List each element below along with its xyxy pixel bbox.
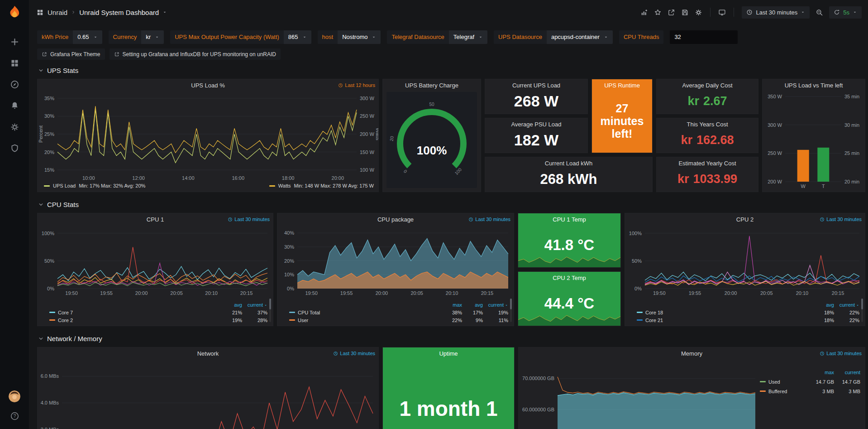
divider xyxy=(734,8,734,17)
ups-vs-time-bar-chart[interactable]: 350 W300 W250 W200 W35 min30 min25 min20… xyxy=(764,91,863,190)
sort-caret-icon xyxy=(264,304,267,307)
sort-current[interactable]: current xyxy=(483,302,508,308)
variable-value-dropdown[interactable]: 865 xyxy=(284,30,311,44)
panel-title[interactable]: Estimated Yearly Cost xyxy=(657,160,758,167)
panel-header: Memory Last 30 minutes xyxy=(519,347,865,359)
time-range-label: Last 30 minutes xyxy=(756,9,797,16)
memory-chart[interactable]: 70.000000 GB60.000000 GB50.000000 GB xyxy=(519,359,761,429)
sort-avg[interactable]: avg xyxy=(813,302,834,308)
svg-text:350 W: 350 W xyxy=(768,94,782,99)
variable-value-dropdown[interactable]: 0.65 xyxy=(73,30,102,44)
panel-title[interactable]: UPS Load % xyxy=(191,82,224,89)
panel-title[interactable]: This Years Cost xyxy=(657,121,758,128)
series-name[interactable]: UPS Load xyxy=(53,183,76,188)
explore-compass-icon[interactable] xyxy=(10,80,19,89)
server-admin-shield-icon[interactable] xyxy=(10,144,19,153)
save-icon[interactable] xyxy=(681,9,689,16)
sort-avg[interactable]: avg xyxy=(462,302,483,308)
series-name[interactable]: Watts xyxy=(278,183,291,188)
variable-label: kWh Price xyxy=(37,30,73,44)
series-name[interactable]: CPU Total xyxy=(298,310,320,315)
panel-average-psu-load: Average PSU Load 182 W xyxy=(485,118,588,153)
cycle-view-monitor-icon[interactable] xyxy=(718,9,726,16)
dashboard-title[interactable]: Unraid System Dashboard xyxy=(79,9,159,16)
network-chart[interactable]: 6.0 MBs4.0 MBs2.0 MBs xyxy=(38,359,378,429)
settings-gear-icon[interactable] xyxy=(695,9,702,16)
legend-value: 21% xyxy=(221,310,242,315)
ups-load-chart[interactable]: 35%30%25%20%15%300 W250 W200 W150 W100 W… xyxy=(38,91,378,182)
legend-scrollbar[interactable] xyxy=(269,299,271,322)
panel-header: CPU package Last 30 minutes xyxy=(277,213,514,225)
sort-current[interactable]: current xyxy=(834,302,859,308)
add-panel-icon[interactable] xyxy=(640,9,648,16)
series-name[interactable]: Core 2 xyxy=(58,318,73,323)
sort-current[interactable]: current xyxy=(242,302,267,308)
user-avatar[interactable] xyxy=(9,390,20,402)
alerting-bell-icon[interactable] xyxy=(10,101,19,111)
panel-title[interactable]: Current Load kWh xyxy=(485,160,652,167)
series-name[interactable]: User xyxy=(298,318,308,323)
panel-title[interactable]: CPU 1 xyxy=(147,216,164,223)
cpu-threads-input[interactable] xyxy=(670,30,738,44)
series-name[interactable]: Core 18 xyxy=(645,310,663,315)
panel-title[interactable]: CPU package xyxy=(377,216,414,223)
panel-title[interactable]: Memory xyxy=(681,350,702,357)
svg-text:16:00: 16:00 xyxy=(232,175,244,181)
star-icon[interactable] xyxy=(654,9,662,16)
variable-value-dropdown[interactable]: kr xyxy=(141,30,164,44)
share-icon[interactable] xyxy=(668,9,675,16)
svg-text:20:15: 20:15 xyxy=(832,290,844,296)
panel-title[interactable]: Average Daily Cost xyxy=(657,82,758,89)
legend-scrollbar[interactable] xyxy=(861,299,863,322)
panel-title[interactable]: CPU 1 Temp xyxy=(518,216,620,223)
variable-label: UPS Datasource xyxy=(494,30,547,44)
variable-value-dropdown[interactable]: Nostromo xyxy=(338,30,381,44)
zoom-out-icon[interactable] xyxy=(816,9,823,16)
cpu2-chart[interactable]: 100%50%0%19:5019:5520:0020:0520:1020:15 xyxy=(625,225,865,297)
section-header-cpu-stats[interactable]: CPU Stats xyxy=(38,199,868,209)
series-name[interactable]: Core 7 xyxy=(58,310,73,315)
series-name[interactable]: Used xyxy=(768,379,780,385)
create-plus-icon[interactable] xyxy=(10,37,19,47)
panel-network-graph: Network Last 30 minutes 6.0 MBs4.0 MBs2.… xyxy=(37,347,379,429)
dashboards-icon[interactable] xyxy=(10,58,19,68)
variable-value-dropdown[interactable]: apcupsd-container xyxy=(547,30,613,44)
legend-row: User 22% 9% 11% xyxy=(289,316,508,324)
panel-title[interactable]: CPU 2 xyxy=(736,216,754,223)
panel-title[interactable]: UPS Load vs Time left xyxy=(785,82,843,89)
legend-scrollbar[interactable] xyxy=(510,299,512,322)
grafana-logo-icon[interactable] xyxy=(6,5,23,22)
panel-time-override: Last 12 hours xyxy=(338,82,375,88)
configuration-gear-icon[interactable] xyxy=(10,122,19,132)
series-name[interactable]: Core 21 xyxy=(645,318,663,323)
breadcrumb-root[interactable]: Unraid xyxy=(48,9,67,16)
variable-value-dropdown[interactable]: Telegraf xyxy=(449,30,487,44)
panel-header: UPS Battery Charge xyxy=(383,79,481,91)
panel-title[interactable]: UPS Battery Charge xyxy=(405,82,458,89)
time-range-picker[interactable]: Last 30 minutes xyxy=(742,6,810,19)
link-ups-monitoring-guide[interactable]: Setting up Grafana and InfluxDB for UPS … xyxy=(110,48,281,60)
caret-down-icon xyxy=(801,10,805,14)
series-name[interactable]: Buffered xyxy=(768,389,787,394)
cpu-package-chart[interactable]: 40%30%20%10%0%19:5019:5520:0020:0520:102… xyxy=(277,225,514,297)
panel-title[interactable]: Current UPS Load xyxy=(485,82,587,89)
panel-title[interactable]: CPU 2 Temp xyxy=(518,275,620,281)
legend-row: Core 7 21% 37% xyxy=(49,308,267,316)
panel-title[interactable]: UPS Runtime xyxy=(592,82,652,89)
link-grafana-plex-theme[interactable]: Grafana Plex Theme xyxy=(37,48,105,60)
panel-title[interactable]: Uptime xyxy=(383,350,514,357)
panel-title[interactable]: Average PSU Load xyxy=(485,121,587,128)
help-icon[interactable] xyxy=(10,411,19,421)
sort-max[interactable]: max xyxy=(441,302,462,308)
refresh-button[interactable]: 5s xyxy=(829,6,862,19)
title-caret-down-icon[interactable] xyxy=(162,10,167,14)
panel-title[interactable]: Network xyxy=(197,350,219,357)
sort-current[interactable]: current xyxy=(834,370,860,375)
svg-text:35 min: 35 min xyxy=(844,94,859,99)
section-header-ups-stats[interactable]: UPS Stats xyxy=(38,65,868,75)
sort-avg[interactable]: avg xyxy=(221,302,242,308)
cpu1-chart[interactable]: 100%50%0%19:5019:5520:0020:0520:1020:15 xyxy=(38,225,273,297)
dashboard-grid-icon[interactable] xyxy=(36,9,44,16)
sort-max[interactable]: max xyxy=(808,370,834,375)
section-header-network-memory[interactable]: Network / Memory xyxy=(38,333,868,343)
